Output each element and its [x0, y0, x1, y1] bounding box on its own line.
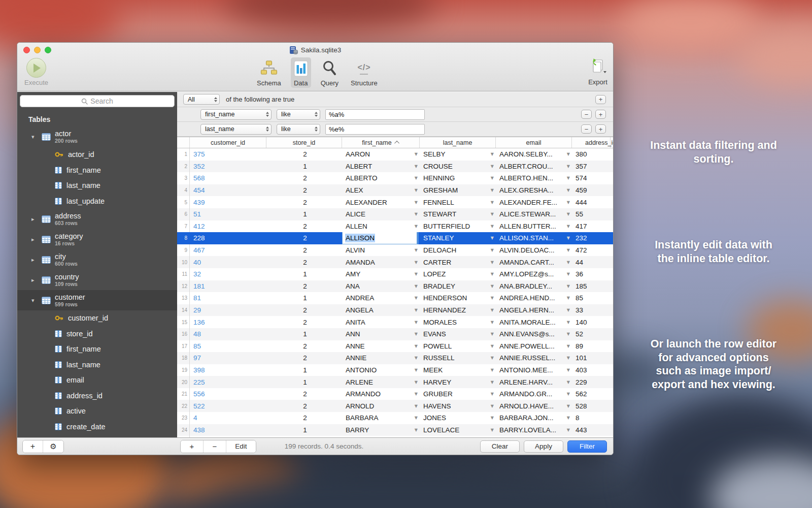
sidebar-column-address_id[interactable]: address_id	[17, 388, 177, 404]
triangle-down-icon[interactable]: ▼	[491, 236, 494, 240]
triangle-down-icon[interactable]: ▼	[415, 428, 418, 432]
triangle-down-icon[interactable]: ▼	[567, 332, 570, 336]
cell-first_name[interactable]: ANNIE▼	[342, 352, 420, 364]
sidebar-column-active[interactable]: active	[17, 403, 177, 419]
cell-first_name[interactable]: ALICE▼	[342, 208, 420, 220]
cell-address_id[interactable]: 562	[572, 388, 611, 400]
cell-store_id[interactable]: 2	[266, 196, 342, 208]
triangle-down-icon[interactable]: ▼	[567, 176, 570, 180]
sidebar-column-first_name[interactable]: first_name	[17, 341, 177, 357]
disclosure-triangle-icon[interactable]: ▾	[31, 297, 42, 304]
triangle-down-icon[interactable]: ▼	[415, 248, 418, 252]
cell-store_id[interactable]: 2	[266, 220, 342, 233]
cell-customer_id[interactable]: 228	[190, 232, 266, 244]
cell-email[interactable]: BARRY.LOVELA...▼	[496, 424, 572, 436]
sidebar-column-last_name[interactable]: last_name	[17, 178, 177, 194]
cell-last_name[interactable]: JONES▼	[420, 412, 496, 424]
cell-store_id[interactable]: 2	[266, 244, 342, 257]
cell-address_id[interactable]: 232	[572, 232, 611, 244]
cell-email[interactable]: ALEXANDER.FE...▼	[496, 196, 572, 208]
cell-email[interactable]: AMANDA.CART...▼	[496, 256, 572, 268]
triangle-down-icon[interactable]: ▼	[491, 260, 494, 265]
sidebar-table-address[interactable]: ▸address603 rows	[17, 209, 177, 229]
cell-address_id[interactable]: 444	[572, 196, 611, 208]
triangle-down-icon[interactable]: ▼	[491, 416, 494, 420]
triangle-down-icon[interactable]: ▼	[415, 200, 418, 205]
filter-operator-select[interactable]: like	[277, 109, 320, 120]
table-row[interactable]: 17852ANNE▼POWELL▼ANNE.POWELL...▼89	[177, 340, 613, 353]
cell-last_name[interactable]: POWELL▼	[420, 340, 496, 353]
triangle-down-icon[interactable]: ▼	[491, 224, 494, 229]
cell-last_name[interactable]: HENDERSON▼	[420, 292, 496, 304]
cell-store_id[interactable]: 2	[266, 184, 342, 197]
table-row[interactable]: 6511ALICE▼STEWART▼ALICE.STEWAR...▼55	[177, 208, 613, 220]
cell-last_name[interactable]: HARVEY▼	[420, 376, 496, 388]
cell-first_name[interactable]: AMANDA▼	[342, 256, 420, 268]
remove-filter-button[interactable]: −	[581, 110, 592, 119]
cell-address_id[interactable]: 33	[572, 304, 611, 316]
cell-first_name[interactable]: ANTONIO▼	[342, 364, 420, 376]
cell-customer_id[interactable]: 51	[190, 208, 266, 220]
sidebar-column-email[interactable]: email	[17, 372, 177, 388]
cell-store_id[interactable]: 2	[266, 352, 342, 364]
cell-first_name[interactable]: ANA▼	[342, 280, 420, 293]
cell-last_name[interactable]: DELOACH▼	[420, 244, 496, 257]
search-field[interactable]: Search	[20, 95, 175, 107]
triangle-down-icon[interactable]: ▼	[567, 188, 570, 193]
cell-email[interactable]: ALLISON.STAN...▼	[496, 232, 572, 244]
triangle-down-icon[interactable]: ▼	[567, 308, 570, 312]
cell-store_id[interactable]: 1	[266, 292, 342, 304]
triangle-down-icon[interactable]: ▼	[491, 428, 494, 432]
triangle-down-icon[interactable]: ▼	[415, 152, 418, 156]
table-row[interactable]: 215562ARMANDO▼GRUBER▼ARMANDO.GR...▼562	[177, 388, 613, 400]
cell-last_name[interactable]: HENNING▼	[420, 172, 496, 184]
cell-last_name[interactable]: STEWART▼	[420, 208, 496, 220]
cell-address_id[interactable]: 229	[572, 376, 611, 388]
cell-first_name[interactable]: BARBARA▼	[342, 412, 420, 424]
triangle-down-icon[interactable]: ▼	[415, 356, 418, 360]
cell-email[interactable]: ALLEN.BUTTER...▼	[496, 220, 572, 233]
cell-email[interactable]: ANDREA.HEND...▼	[496, 292, 572, 304]
cell-customer_id[interactable]: 181	[190, 280, 266, 293]
cell-first_name[interactable]: AARON▼	[342, 148, 420, 161]
sidebar-column-actor_id[interactable]: actor_id	[17, 147, 177, 163]
cell-store_id[interactable]: 2	[266, 400, 342, 412]
cell-customer_id[interactable]: 556	[190, 388, 266, 400]
cell-customer_id[interactable]: 412	[190, 220, 266, 233]
cell-email[interactable]: ALVIN.DELOAC...▼	[496, 244, 572, 257]
cell-store_id[interactable]: 1	[266, 424, 342, 436]
cell-customer_id[interactable]: 4	[190, 412, 266, 424]
triangle-down-icon[interactable]: ▼	[567, 272, 570, 276]
sidebar-table-actor[interactable]: ▾actor200 rows	[17, 126, 177, 147]
triangle-down-icon[interactable]: ▼	[415, 296, 418, 300]
cell-first_name[interactable]: ALVIN▼	[342, 244, 420, 257]
filter-operator-select[interactable]: like	[277, 124, 320, 135]
sidebar-column-last_update[interactable]: last_update	[17, 194, 177, 209]
cell-address_id[interactable]: 101	[572, 352, 611, 364]
cell-email[interactable]: ARLENE.HARV...▼	[496, 376, 572, 388]
add-filter-button[interactable]: +	[595, 124, 606, 134]
cell-address_id[interactable]: 89	[572, 340, 611, 353]
filter-button[interactable]: Filter	[567, 440, 607, 453]
column-header-first_name[interactable]: first_name	[342, 137, 420, 148]
match-mode-select[interactable]: All	[183, 94, 220, 105]
table-row[interactable]: 14292ANGELA▼HERNANDEZ▼ANGELA.HERN...▼33	[177, 304, 613, 316]
triangle-down-icon[interactable]: ▼	[491, 164, 494, 169]
filter-value-input[interactable]	[325, 109, 425, 120]
table-row[interactable]: 202251ARLENE▼HARVEY▼ARLENE.HARV...▼229	[177, 376, 613, 388]
cell-first_name[interactable]: ARMANDO▼	[342, 388, 420, 400]
table-row[interactable]: 121812ANA▼BRADLEY▼ANA.BRADLEY...▼185	[177, 280, 613, 293]
triangle-down-icon[interactable]: ▼	[567, 344, 570, 348]
table-row[interactable]: 16481ANN▼EVANS▼ANN.EVANS@s...▼52	[177, 328, 613, 340]
cell-email[interactable]: AMY.LOPEZ@s...▼	[496, 268, 572, 280]
table-row[interactable]: 94672ALVIN▼DELOACH▼ALVIN.DELOAC...▼472	[177, 244, 613, 257]
table-row[interactable]: 35682ALBERTO▼HENNING▼ALBERTO.HEN...▼574	[177, 172, 613, 184]
triangle-down-icon[interactable]: ▼	[415, 320, 418, 325]
filter-column-select[interactable]: first_name	[200, 109, 272, 120]
triangle-down-icon[interactable]: ▼	[491, 212, 494, 216]
cell-address_id[interactable]: 380	[572, 148, 611, 161]
sidebar-table-customer[interactable]: ▾customer599 rows	[17, 290, 177, 310]
cell-first_name[interactable]: ANNE▼	[342, 340, 420, 353]
cell-email[interactable]: ARMANDO.GR...▼	[496, 388, 572, 400]
triangle-down-icon[interactable]: ▼	[491, 248, 494, 252]
